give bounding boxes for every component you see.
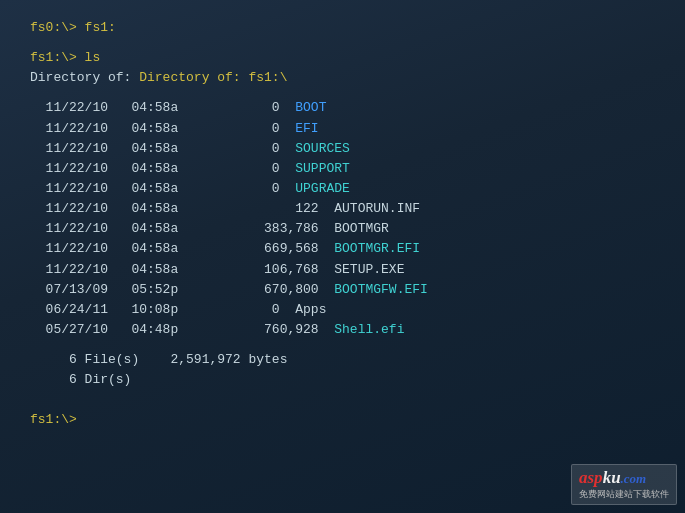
terminal-window: fs0:\> fs1: fs1:\> ls Directory of: Dire…: [0, 0, 685, 513]
list-item: 11/22/10 04:58a 383,786 BOOTMGR: [30, 219, 655, 239]
command-line-2: fs1:\> ls: [30, 48, 655, 68]
watermark-sub: 免费网站建站下载软件: [579, 488, 669, 501]
summary-dirs-text: 6 Dir(s): [30, 370, 131, 390]
summary-dirs: 6 Dir(s): [30, 370, 655, 390]
list-item: 07/13/09 05:52p 670,800 BOOTMGFW.EFI: [30, 280, 655, 300]
watermark: aspku.com 免费网站建站下载软件: [571, 464, 677, 505]
list-item: 11/22/10 04:58a 122 AUTORUN.INF: [30, 199, 655, 219]
list-item: 11/22/10 04:58a 0 SOURCES: [30, 139, 655, 159]
list-item: 11/22/10 04:58a 0 BOOT: [30, 98, 655, 118]
dir-header: Directory of: Directory of: fs1:\: [30, 68, 655, 88]
list-item: 11/22/10 04:58a 0 SUPPORT: [30, 159, 655, 179]
command-line-1: fs0:\> fs1:: [30, 18, 655, 38]
file-listing: 11/22/10 04:58a 0 BOOT 11/22/10 04:58a 0…: [30, 98, 655, 340]
list-item: 11/22/10 04:58a 106,768 SETUP.EXE: [30, 260, 655, 280]
summary-files: 6 File(s) 2,591,972 bytes: [30, 350, 655, 370]
list-item: 05/27/10 04:48p 760,928 Shell.efi: [30, 320, 655, 340]
list-item: 11/22/10 04:58a 0 UPGRADE: [30, 179, 655, 199]
prompt-text: fs0:\> fs1:: [30, 18, 116, 38]
prompt-ls: fs1:\> ls: [30, 48, 100, 68]
prompt-final: fs1:\>: [30, 410, 77, 430]
list-item: 11/22/10 04:58a 669,568 BOOTMGR.EFI: [30, 239, 655, 259]
final-prompt[interactable]: fs1:\>: [30, 410, 655, 430]
summary-files-text: 6 File(s) 2,591,972 bytes: [30, 350, 287, 370]
list-item: 06/24/11 10:08p 0 Apps: [30, 300, 655, 320]
list-item: 11/22/10 04:58a 0 EFI: [30, 119, 655, 139]
